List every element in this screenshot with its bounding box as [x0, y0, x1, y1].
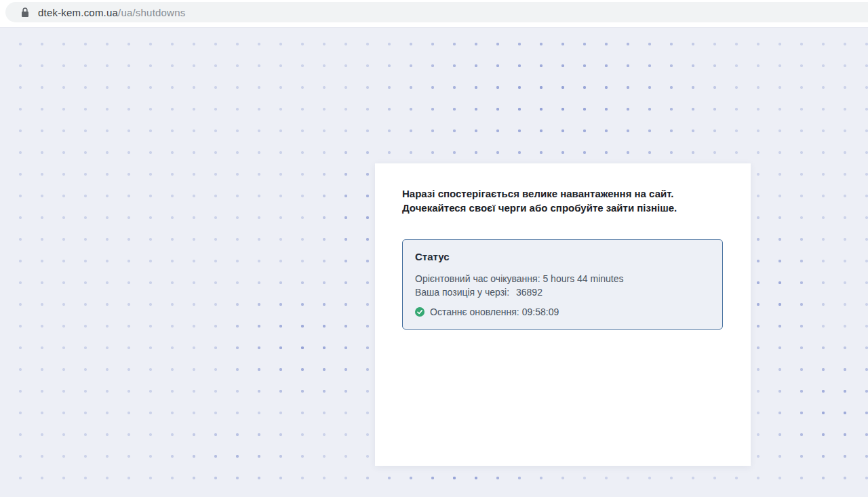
- page-background: Наразі спостерігається велике навантажен…: [0, 28, 868, 497]
- queue-position-label: Ваша позиція у черзі:: [415, 287, 509, 298]
- queue-position-value: 36892: [516, 287, 542, 298]
- url-path: /ua/shutdowns: [118, 7, 185, 18]
- url-host: dtek-kem.com.ua: [38, 7, 118, 18]
- headline-line-2: Дочекайтеся своєї черги або спробуйте за…: [402, 201, 724, 215]
- browser-toolbar: dtek-kem.com.ua/ua/shutdowns: [0, 0, 868, 28]
- last-update-row: Останнє оновлення: 09:58:09: [415, 305, 710, 319]
- url-bar[interactable]: dtek-kem.com.ua/ua/shutdowns: [5, 2, 868, 22]
- lock-icon[interactable]: [21, 7, 29, 18]
- queue-position-row: Ваша позиція у черзі: 36892: [415, 285, 710, 299]
- wait-time-label: Орієнтовний час очікування:: [415, 273, 540, 284]
- queue-card: Наразі спостерігається велике навантажен…: [375, 163, 751, 466]
- status-panel: Статус Орієнтовний час очікування: 5 hou…: [402, 239, 723, 330]
- wait-time-row: Орієнтовний час очікування: 5 hours 44 m…: [415, 272, 710, 285]
- wait-time-value: 5 hours 44 minutes: [542, 273, 623, 284]
- last-update-label: Останнє оновлення:: [430, 305, 519, 319]
- last-update-value: 09:58:09: [522, 305, 559, 319]
- headline-line-1: Наразі спостерігається велике навантажен…: [402, 186, 724, 201]
- status-title: Статус: [415, 251, 710, 262]
- check-circle-icon: [415, 307, 425, 317]
